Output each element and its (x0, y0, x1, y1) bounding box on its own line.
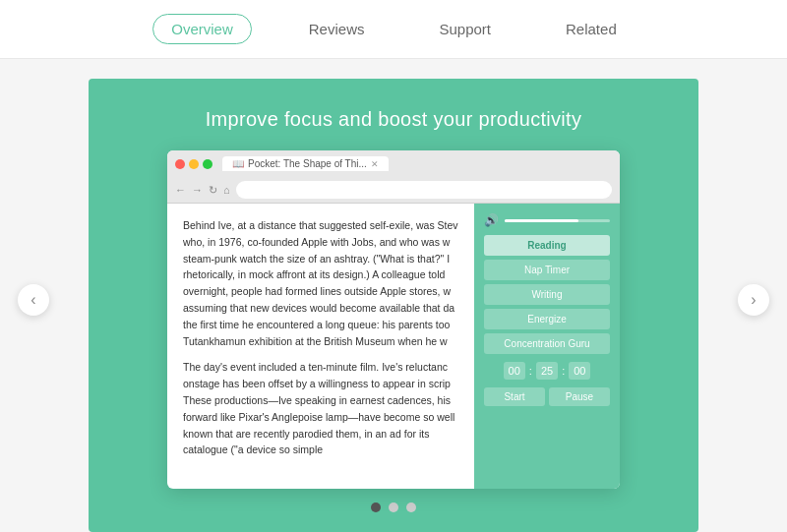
timer-start-button[interactable]: Start (484, 387, 545, 406)
concentration-guru-button[interactable]: Concentration Guru (484, 333, 610, 354)
tab-related[interactable]: Related (548, 15, 635, 43)
timer-actions: Start Pause (484, 387, 610, 406)
volume-icon: 🔊 (484, 213, 499, 227)
card-title: Improve focus and boost your productivit… (206, 108, 582, 131)
next-button[interactable]: › (738, 284, 769, 316)
tab-title: Pocket: The Shape of Thi... (248, 158, 367, 169)
volume-bar[interactable] (505, 219, 610, 222)
browser-content: Behind Ive, at a distance that suggested… (167, 204, 620, 489)
browser-urlbar: ← → ↻ ⌂ (167, 177, 620, 204)
indicator-dot-3[interactable] (406, 502, 416, 512)
browser-dots (175, 159, 212, 169)
nap-timer-button[interactable]: Nap Timer (484, 260, 610, 280)
reload-icon[interactable]: ↻ (209, 184, 217, 197)
timer-seconds: 00 (569, 362, 590, 380)
dot-green (203, 159, 212, 169)
side-panel: 🔊 Reading Nap Timer Writing Energize Con… (474, 204, 620, 489)
feature-card: Improve focus and boost your productivit… (89, 79, 698, 532)
dot-red (175, 159, 185, 169)
writing-button[interactable]: Writing (484, 284, 610, 305)
article-paragraph-2: The day's event included a ten-minute fi… (183, 359, 466, 458)
timer-minutes: 25 (536, 362, 558, 380)
article-paragraph-1: Behind Ive, at a distance that suggested… (183, 217, 466, 349)
timer-display: 00 : 25 : 00 (484, 362, 610, 380)
indicator-dot-1[interactable] (371, 502, 381, 512)
tab-favicon: 📖 (232, 158, 244, 169)
home-icon[interactable]: ⌂ (223, 184, 230, 196)
tab-overview[interactable]: Overview (152, 14, 252, 44)
article-text: Behind Ive, at a distance that suggested… (167, 204, 482, 489)
energize-button[interactable]: Energize (484, 309, 610, 329)
volume-fill (505, 219, 578, 222)
timer-sep-2: : (562, 365, 565, 377)
browser-toolbar: 📖 Pocket: The Shape of Thi... ✕ (167, 150, 620, 177)
indicator-dot-2[interactable] (389, 502, 398, 512)
prev-button[interactable]: ‹ (18, 284, 49, 316)
tab-support[interactable]: Support (421, 15, 509, 43)
timer-hours: 00 (504, 362, 525, 380)
tab-close-icon[interactable]: ✕ (371, 159, 379, 169)
nav-header: Overview Reviews Support Related (0, 0, 787, 59)
carousel-indicators (371, 502, 416, 512)
browser-mockup: 📖 Pocket: The Shape of Thi... ✕ ← → ↻ ⌂ (167, 150, 620, 489)
volume-control: 🔊 (484, 213, 610, 227)
timer-pause-button[interactable]: Pause (549, 387, 610, 406)
timer-sep-1: : (529, 365, 532, 377)
content-area: ‹ Improve focus and boost your productiv… (0, 59, 787, 532)
forward-icon[interactable]: → (192, 184, 203, 196)
url-input[interactable] (236, 181, 612, 199)
reading-button[interactable]: Reading (484, 235, 610, 256)
browser-tab: 📖 Pocket: The Shape of Thi... ✕ (222, 156, 389, 171)
tab-reviews[interactable]: Reviews (291, 15, 383, 43)
dot-yellow (189, 159, 199, 169)
back-icon[interactable]: ← (175, 184, 186, 196)
